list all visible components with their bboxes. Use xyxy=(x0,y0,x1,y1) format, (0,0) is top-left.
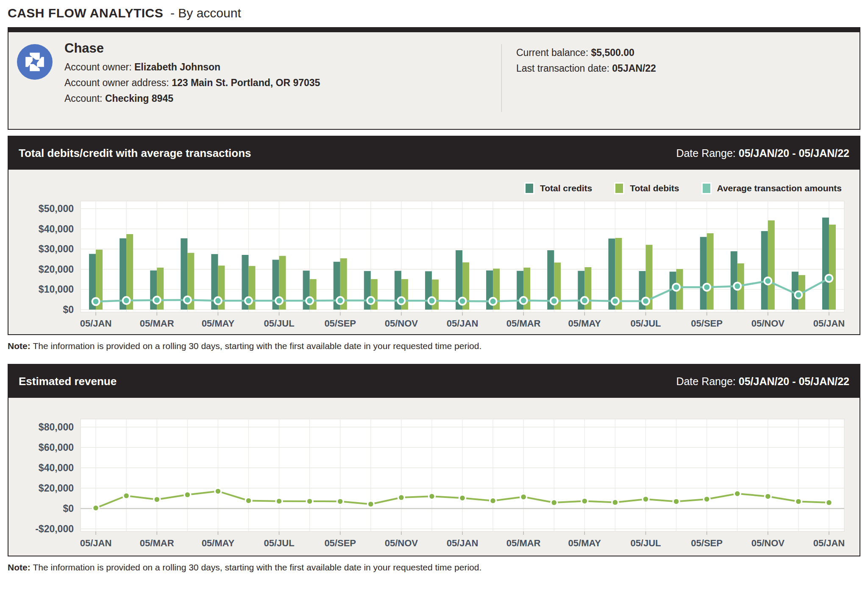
account-info-block: Chase Account owner: Elizabeth Johnson A… xyxy=(53,41,320,129)
svg-text:05/JAN: 05/JAN xyxy=(813,538,845,548)
account-address-line: Account owner address: 123 Main St. Port… xyxy=(64,75,320,91)
svg-text:$80,000: $80,000 xyxy=(39,422,74,433)
chart2-note: Note: The information is provided on a r… xyxy=(8,562,860,573)
svg-text:05/JAN: 05/JAN xyxy=(447,318,479,329)
svg-text:05/NOV: 05/NOV xyxy=(385,538,418,548)
svg-text:05/MAR: 05/MAR xyxy=(140,538,174,548)
page-title-sub: - By account xyxy=(167,6,241,20)
svg-text:05/NOV: 05/NOV xyxy=(385,318,418,329)
svg-text:05/MAY: 05/MAY xyxy=(568,318,601,329)
chart1-header: Total debits/credit with average transac… xyxy=(8,137,860,170)
cash-flow-analytics-page: CASH FLOW ANALYTICS - By account Chase A… xyxy=(0,0,868,598)
svg-text:05/JAN: 05/JAN xyxy=(447,538,479,548)
svg-text:$0: $0 xyxy=(63,503,74,514)
chart1-note: Note: The information is provided on a r… xyxy=(8,341,860,351)
chart1-title: Total debits/credit with average transac… xyxy=(19,147,251,160)
svg-text:05/MAY: 05/MAY xyxy=(568,538,601,548)
svg-text:$40,000: $40,000 xyxy=(39,462,74,473)
svg-text:$60,000: $60,000 xyxy=(39,442,74,453)
svg-text:$40,000: $40,000 xyxy=(39,224,74,235)
svg-text:05/SEP: 05/SEP xyxy=(324,318,356,329)
legend-average-transactions: Average transaction amounts xyxy=(701,182,842,194)
svg-text:05/JUL: 05/JUL xyxy=(264,538,294,548)
svg-text:05/SEP: 05/SEP xyxy=(691,318,723,329)
svg-text:05/SEP: 05/SEP xyxy=(324,538,356,548)
chart2-date-range: Date Range: 05/JAN/20 - 05/JAN/22 xyxy=(676,375,849,388)
credits-swatch-icon xyxy=(524,182,534,194)
svg-text:05/MAR: 05/MAR xyxy=(140,318,174,329)
account-summary-card: Chase Account owner: Elizabeth Johnson A… xyxy=(8,27,860,130)
legend-total-credits: Total credits xyxy=(524,182,592,194)
svg-text:05/MAY: 05/MAY xyxy=(202,318,235,329)
svg-text:05/JUL: 05/JUL xyxy=(630,318,661,329)
debits-credits-chart-card: Total debits/credit with average transac… xyxy=(8,136,860,335)
svg-text:05/JUL: 05/JUL xyxy=(630,538,661,548)
svg-text:-$20,000: -$20,000 xyxy=(35,523,74,534)
page-title-main: CASH FLOW ANALYTICS xyxy=(8,6,163,20)
estimated-revenue-chart: $80,000$60,000$40,000$20,000$0-$20,00005… xyxy=(8,416,858,556)
current-balance-line: Current balance: $5,500.00 xyxy=(516,45,656,61)
svg-text:05/JAN: 05/JAN xyxy=(813,318,845,329)
debits-swatch-icon xyxy=(614,182,624,194)
estimated-revenue-chart-card: Estimated revenue Date Range: 05/JAN/20 … xyxy=(8,364,860,556)
legend-total-debits: Total debits xyxy=(614,182,679,194)
svg-text:05/NOV: 05/NOV xyxy=(751,538,785,548)
account-details: Chase Account owner: Elizabeth Johnson A… xyxy=(8,32,501,129)
chart1-legend: Total credits Total debits Average trans… xyxy=(8,181,842,196)
account-owner-line: Account owner: Elizabeth Johnson xyxy=(64,59,320,75)
svg-text:05/MAY: 05/MAY xyxy=(202,538,235,548)
account-balance-block: Current balance: $5,500.00 Last transact… xyxy=(502,32,656,129)
svg-text:$10,000: $10,000 xyxy=(39,284,74,295)
average-swatch-icon xyxy=(701,182,712,194)
svg-text:05/SEP: 05/SEP xyxy=(691,538,723,548)
chase-logo-icon xyxy=(17,44,53,80)
debits-credits-chart: $50,000$40,000$30,000$20,000$10,000$005/… xyxy=(8,198,858,334)
chart2-header: Estimated revenue Date Range: 05/JAN/20 … xyxy=(8,365,860,398)
svg-text:05/JUL: 05/JUL xyxy=(264,318,294,329)
chart1-date-range: Date Range: 05/JAN/20 - 05/JAN/22 xyxy=(676,147,849,159)
svg-text:05/JAN: 05/JAN xyxy=(80,538,112,548)
last-transaction-line: Last transaction date: 05JAN/22 xyxy=(516,61,656,76)
svg-text:$20,000: $20,000 xyxy=(39,264,74,275)
svg-text:$20,000: $20,000 xyxy=(39,483,74,494)
svg-text:$30,000: $30,000 xyxy=(39,243,74,254)
svg-text:$50,000: $50,000 xyxy=(39,203,74,214)
svg-text:05/JAN: 05/JAN xyxy=(80,318,112,329)
svg-text:05/MAR: 05/MAR xyxy=(506,538,541,548)
chart2-title: Estimated revenue xyxy=(19,375,117,388)
svg-text:05/MAR: 05/MAR xyxy=(506,318,541,329)
page-title: CASH FLOW ANALYTICS - By account xyxy=(0,0,868,27)
svg-text:05/NOV: 05/NOV xyxy=(751,318,785,329)
bank-name: Chase xyxy=(64,41,320,56)
svg-text:$0: $0 xyxy=(63,304,74,315)
account-number-line: Account: Checking 8945 xyxy=(64,91,320,106)
